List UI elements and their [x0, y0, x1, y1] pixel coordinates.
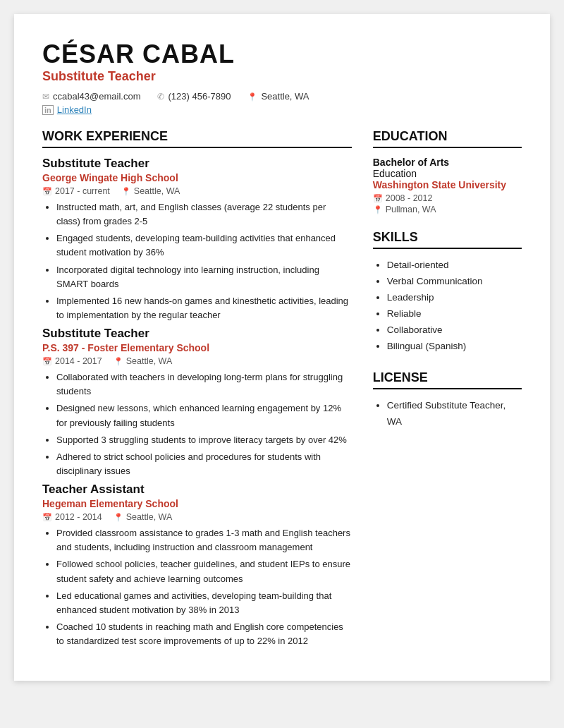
- list-item: Incorporated digital technology into lea…: [56, 263, 352, 291]
- resume-container: CÉSAR CABAL Substitute Teacher ccabal43@…: [14, 14, 550, 681]
- job-3-title: Teacher Assistant: [42, 483, 352, 497]
- calendar-icon-1: [42, 187, 52, 196]
- contact-row-2: LinkedIn: [42, 104, 522, 115]
- list-item: Followed school policies, teacher guidel…: [56, 557, 352, 586]
- skills-title: SKILLS: [373, 230, 522, 249]
- job-3-bullets: Provided classroom assistance to grades …: [42, 526, 352, 648]
- job-2-meta: 2014 - 2017 Seattle, WA: [42, 356, 352, 366]
- job-1-location: Seattle, WA: [121, 186, 180, 196]
- license-list: Certified Substitute Teacher, WA: [373, 398, 522, 430]
- job-1-title: Substitute Teacher: [42, 157, 352, 171]
- job-2-company: P.S. 397 - Foster Elementary School: [42, 342, 352, 353]
- list-item: Adhered to strict school policies and pr…: [56, 450, 352, 478]
- license-section: LICENSE Certified Substitute Teacher, WA: [373, 370, 522, 430]
- calendar-icon-2: [42, 357, 52, 366]
- list-item: Collaborated with teachers in developing…: [56, 370, 352, 399]
- skills-list: Detail-oriented Verbal Communication Lea…: [373, 257, 522, 355]
- linkedin-item[interactable]: LinkedIn: [42, 104, 92, 115]
- email-icon: [42, 91, 49, 102]
- job-3-company: Hegeman Elementary School: [42, 498, 352, 509]
- list-item: Leadership: [387, 290, 522, 306]
- linkedin-link[interactable]: LinkedIn: [57, 104, 92, 115]
- main-layout: WORK EXPERIENCE Substitute Teacher Georg…: [42, 129, 522, 653]
- list-item: Detail-oriented: [387, 257, 522, 274]
- job-2-date: 2014 - 2017: [42, 356, 102, 366]
- education-section: EDUCATION Bachelor of Arts Education Was…: [373, 129, 522, 214]
- job-3-location: Seattle, WA: [114, 512, 173, 522]
- job-3-meta: 2012 - 2014 Seattle, WA: [42, 512, 352, 522]
- work-experience-title: WORK EXPERIENCE: [42, 129, 352, 148]
- edu-meta: 2008 - 2012 Pullman, WA: [373, 193, 522, 214]
- location-icon-edu: [373, 205, 383, 214]
- list-item: Certified Substitute Teacher, WA: [387, 398, 522, 430]
- job-1-bullets: Instructed math, art, and English classe…: [42, 200, 352, 322]
- job-2-bullets: Collaborated with teachers in developing…: [42, 370, 352, 478]
- list-item: Led educational games and activities, de…: [56, 589, 352, 617]
- edu-school: Washington State University: [373, 179, 522, 190]
- candidate-name: CÉSAR CABAL: [42, 40, 522, 69]
- list-item: Coached 10 students in reaching math and…: [56, 620, 352, 648]
- candidate-title: Substitute Teacher: [42, 69, 522, 84]
- list-item: Verbal Communication: [387, 274, 522, 290]
- edu-date: 2008 - 2012: [373, 193, 522, 203]
- left-column: WORK EXPERIENCE Substitute Teacher Georg…: [42, 129, 352, 653]
- list-item: Reliable: [387, 306, 522, 322]
- linkedin-icon: [42, 104, 54, 115]
- phone-value: (123) 456-7890: [168, 91, 231, 102]
- education-entry-1: Bachelor of Arts Education Washington St…: [373, 157, 522, 214]
- list-item: Instructed math, art, and English classe…: [56, 200, 352, 229]
- job-1-company: George Wingate High School: [42, 172, 352, 183]
- location-icon-3: [114, 513, 123, 522]
- edu-field: Education: [373, 168, 522, 179]
- contact-row-1: ccabal43@email.com (123) 456-7890 Seattl…: [42, 91, 522, 102]
- job-2-title: Substitute Teacher: [42, 327, 352, 341]
- list-item: Provided classroom assistance to grades …: [56, 526, 352, 554]
- email-item: ccabal43@email.com: [42, 91, 140, 102]
- list-item: Collaborative: [387, 322, 522, 339]
- edu-degree: Bachelor of Arts: [373, 157, 522, 168]
- job-1: Substitute Teacher George Wingate High S…: [42, 157, 352, 322]
- list-item: Implemented 16 new hands-on games and ki…: [56, 294, 352, 322]
- location-item: Seattle, WA: [247, 91, 309, 102]
- list-item: Bilingual (Spanish): [387, 339, 522, 355]
- calendar-icon-3: [42, 513, 52, 522]
- education-title: EDUCATION: [373, 129, 522, 148]
- header: CÉSAR CABAL Substitute Teacher ccabal43@…: [42, 40, 522, 115]
- email-value: ccabal43@email.com: [53, 91, 140, 102]
- job-2-location: Seattle, WA: [114, 356, 173, 366]
- job-3-date: 2012 - 2014: [42, 512, 102, 522]
- edu-location: Pullman, WA: [373, 205, 522, 214]
- location-value: Seattle, WA: [261, 91, 309, 102]
- calendar-icon-edu: [373, 194, 383, 203]
- location-icon-1: [121, 187, 131, 196]
- list-item: Designed new lessons, which enhanced lea…: [56, 401, 352, 430]
- job-1-meta: 2017 - current Seattle, WA: [42, 186, 352, 196]
- list-item: Supported 3 struggling students to impro…: [56, 433, 352, 447]
- location-icon-2: [114, 357, 123, 366]
- license-title: LICENSE: [373, 370, 522, 389]
- phone-icon: [157, 91, 164, 102]
- list-item: Engaged students, developing team-buildi…: [56, 231, 352, 260]
- location-icon: [247, 91, 257, 102]
- job-2: Substitute Teacher P.S. 397 - Foster Ele…: [42, 327, 352, 478]
- skills-section: SKILLS Detail-oriented Verbal Communicat…: [373, 230, 522, 355]
- job-3: Teacher Assistant Hegeman Elementary Sch…: [42, 483, 352, 648]
- phone-item: (123) 456-7890: [157, 91, 231, 102]
- job-1-date: 2017 - current: [42, 186, 110, 196]
- right-column: EDUCATION Bachelor of Arts Education Was…: [373, 129, 522, 653]
